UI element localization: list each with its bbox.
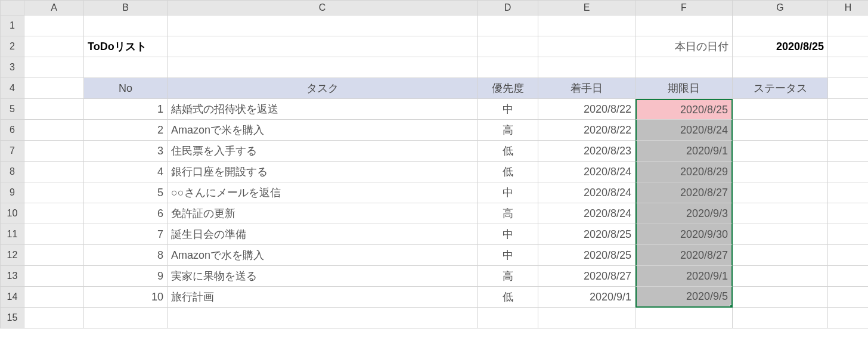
cell-priority-10[interactable]: 高 bbox=[478, 203, 538, 224]
cell-A8[interactable] bbox=[24, 162, 84, 182]
cell-A4[interactable] bbox=[24, 78, 84, 99]
cell-no-5[interactable]: 1 bbox=[84, 99, 168, 120]
cell-task-12[interactable]: Amazonで水を購入 bbox=[168, 245, 478, 266]
cell-deadline-5[interactable]: 2020/8/25 bbox=[636, 99, 733, 120]
cell-E1[interactable] bbox=[538, 16, 636, 36]
cell-H9[interactable] bbox=[828, 182, 868, 203]
header-deadline[interactable]: 期限日 bbox=[636, 78, 733, 99]
row-header-9[interactable]: 9 bbox=[1, 182, 24, 203]
cell-D2[interactable] bbox=[478, 36, 538, 57]
cell-A6[interactable] bbox=[24, 120, 84, 141]
cell-start-5[interactable]: 2020/8/22 bbox=[538, 99, 636, 120]
cell-A7[interactable] bbox=[24, 141, 84, 162]
cell-no-10[interactable]: 6 bbox=[84, 203, 168, 224]
cell-priority-9[interactable]: 中 bbox=[478, 182, 538, 203]
cell-status-8[interactable] bbox=[733, 162, 828, 182]
row-header-1[interactable]: 1 bbox=[1, 16, 24, 36]
cell-today-label[interactable]: 本日の日付 bbox=[636, 36, 733, 57]
cell-G3[interactable] bbox=[733, 57, 828, 78]
cell-deadline-6[interactable]: 2020/8/24 bbox=[636, 120, 733, 141]
row-header-11[interactable]: 11 bbox=[1, 224, 24, 245]
cell-today-value[interactable]: 2020/8/25 bbox=[733, 36, 828, 57]
cell-priority-13[interactable]: 高 bbox=[478, 266, 538, 287]
cell-status-7[interactable] bbox=[733, 141, 828, 162]
cell-status-9[interactable] bbox=[733, 182, 828, 203]
row-header-8[interactable]: 8 bbox=[1, 162, 24, 182]
cell-priority-5[interactable]: 中 bbox=[478, 99, 538, 120]
row-header-5[interactable]: 5 bbox=[1, 99, 24, 120]
row-header-6[interactable]: 6 bbox=[1, 120, 24, 141]
cell-G15[interactable] bbox=[733, 308, 828, 328]
cell-no-9[interactable]: 5 bbox=[84, 182, 168, 203]
col-header-A[interactable]: A bbox=[24, 1, 84, 16]
header-start[interactable]: 着手日 bbox=[538, 78, 636, 99]
cell-status-12[interactable] bbox=[733, 245, 828, 266]
cell-status-11[interactable] bbox=[733, 224, 828, 245]
cell-deadline-12[interactable]: 2020/8/27 bbox=[636, 245, 733, 266]
cell-deadline-9[interactable]: 2020/8/27 bbox=[636, 182, 733, 203]
cell-A14[interactable] bbox=[24, 287, 84, 308]
cell-A2[interactable] bbox=[24, 36, 84, 57]
cell-start-7[interactable]: 2020/8/23 bbox=[538, 141, 636, 162]
cell-D3[interactable] bbox=[478, 57, 538, 78]
row-header-10[interactable]: 10 bbox=[1, 203, 24, 224]
spreadsheet[interactable]: ABCDEFGH12ToDoリスト本日の日付2020/8/2534Noタスク優先… bbox=[0, 0, 868, 328]
header-status[interactable]: ステータス bbox=[733, 78, 828, 99]
col-header-G[interactable]: G bbox=[733, 1, 828, 16]
corner-cell[interactable] bbox=[1, 1, 24, 16]
cell-H14[interactable] bbox=[828, 287, 868, 308]
cell-E15[interactable] bbox=[538, 308, 636, 328]
cell-E3[interactable] bbox=[538, 57, 636, 78]
cell-task-11[interactable]: 誕生日会の準備 bbox=[168, 224, 478, 245]
cell-B15[interactable] bbox=[84, 308, 168, 328]
header-task[interactable]: タスク bbox=[168, 78, 478, 99]
cell-priority-11[interactable]: 中 bbox=[478, 224, 538, 245]
cell-B1[interactable] bbox=[84, 16, 168, 36]
cell-priority-6[interactable]: 高 bbox=[478, 120, 538, 141]
cell-C15[interactable] bbox=[168, 308, 478, 328]
cell-status-14[interactable] bbox=[733, 287, 828, 308]
cell-deadline-8[interactable]: 2020/8/29 bbox=[636, 162, 733, 182]
cell-A15[interactable] bbox=[24, 308, 84, 328]
cell-H6[interactable] bbox=[828, 120, 868, 141]
cell-no-8[interactable]: 4 bbox=[84, 162, 168, 182]
cell-start-10[interactable]: 2020/8/24 bbox=[538, 203, 636, 224]
cell-no-6[interactable]: 2 bbox=[84, 120, 168, 141]
row-header-12[interactable]: 12 bbox=[1, 245, 24, 266]
cell-status-13[interactable] bbox=[733, 266, 828, 287]
cell-G1[interactable] bbox=[733, 16, 828, 36]
cell-task-5[interactable]: 結婚式の招待状を返送 bbox=[168, 99, 478, 120]
row-header-4[interactable]: 4 bbox=[1, 78, 24, 99]
cell-F1[interactable] bbox=[636, 16, 733, 36]
cell-F3[interactable] bbox=[636, 57, 733, 78]
cell-deadline-14[interactable]: 2020/9/5 bbox=[636, 287, 733, 308]
row-header-13[interactable]: 13 bbox=[1, 266, 24, 287]
cell-H5[interactable] bbox=[828, 99, 868, 120]
cell-status-6[interactable] bbox=[733, 120, 828, 141]
cell-no-13[interactable]: 9 bbox=[84, 266, 168, 287]
cell-H7[interactable] bbox=[828, 141, 868, 162]
cell-H2[interactable] bbox=[828, 36, 868, 57]
cell-status-5[interactable] bbox=[733, 99, 828, 120]
cell-deadline-13[interactable]: 2020/9/1 bbox=[636, 266, 733, 287]
cell-A9[interactable] bbox=[24, 182, 84, 203]
cell-A12[interactable] bbox=[24, 245, 84, 266]
cell-H12[interactable] bbox=[828, 245, 868, 266]
col-header-H[interactable]: H bbox=[828, 1, 868, 16]
col-header-D[interactable]: D bbox=[478, 1, 538, 16]
cell-deadline-10[interactable]: 2020/9/3 bbox=[636, 203, 733, 224]
cell-start-14[interactable]: 2020/9/1 bbox=[538, 287, 636, 308]
col-header-F[interactable]: F bbox=[636, 1, 733, 16]
cell-H3[interactable] bbox=[828, 57, 868, 78]
col-header-B[interactable]: B bbox=[84, 1, 168, 16]
cell-H8[interactable] bbox=[828, 162, 868, 182]
cell-task-9[interactable]: ○○さんにメールを返信 bbox=[168, 182, 478, 203]
cell-start-11[interactable]: 2020/8/25 bbox=[538, 224, 636, 245]
row-header-2[interactable]: 2 bbox=[1, 36, 24, 57]
cell-priority-14[interactable]: 低 bbox=[478, 287, 538, 308]
cell-no-11[interactable]: 7 bbox=[84, 224, 168, 245]
cell-task-14[interactable]: 旅行計画 bbox=[168, 287, 478, 308]
cell-start-12[interactable]: 2020/8/25 bbox=[538, 245, 636, 266]
cell-H10[interactable] bbox=[828, 203, 868, 224]
header-priority[interactable]: 優先度 bbox=[478, 78, 538, 99]
